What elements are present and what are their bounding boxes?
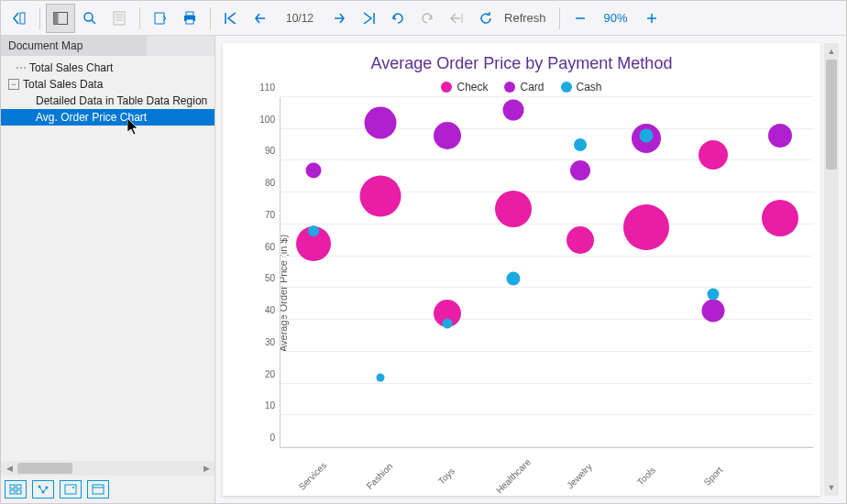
y-tick-label: 60 bbox=[265, 241, 280, 251]
svg-rect-0 bbox=[20, 13, 25, 24]
x-tick-label: Sport bbox=[702, 465, 725, 488]
y-tick-label: 20 bbox=[265, 368, 280, 378]
zoom-level[interactable]: 90% bbox=[595, 11, 637, 25]
tree-item[interactable]: −Total Sales Data bbox=[1, 76, 214, 93]
grid-line bbox=[280, 128, 813, 129]
svg-rect-22 bbox=[16, 490, 21, 494]
page-indicator[interactable]: 10/12 bbox=[275, 12, 324, 25]
legend-item: Cash bbox=[561, 81, 602, 93]
scroll-down-icon[interactable]: ▼ bbox=[825, 481, 838, 494]
scroll-thumb[interactable] bbox=[826, 60, 837, 170]
chart-bubble bbox=[566, 226, 594, 254]
svg-rect-9 bbox=[155, 13, 164, 24]
chart-bubble bbox=[698, 140, 728, 170]
report-viewer: Average Order Price by Payment Method Ch… bbox=[215, 36, 846, 503]
svg-rect-5 bbox=[114, 12, 125, 25]
y-tick-label: 80 bbox=[265, 178, 280, 188]
legend-swatch-icon bbox=[504, 82, 515, 93]
tree-item[interactable]: Detailed Data in Table Data Region bbox=[1, 93, 214, 109]
next-page-icon[interactable] bbox=[324, 4, 354, 33]
chart-bubble bbox=[762, 200, 798, 236]
divider bbox=[559, 7, 560, 29]
chart-bubble bbox=[376, 373, 384, 381]
y-tick-label: 0 bbox=[270, 433, 280, 443]
y-tick-label: 10 bbox=[265, 400, 280, 411]
tree-item[interactable]: ⋯Total Sales Chart bbox=[1, 60, 214, 76]
legend-label: Card bbox=[520, 81, 544, 93]
chart-bubble bbox=[434, 122, 461, 149]
legend-swatch-icon bbox=[561, 82, 572, 93]
svg-rect-20 bbox=[16, 485, 21, 488]
last-page-icon[interactable] bbox=[354, 4, 383, 33]
vertical-scrollbar[interactable]: ▲ ▼ bbox=[824, 43, 839, 496]
svg-point-27 bbox=[72, 487, 74, 488]
zoom-in-icon[interactable] bbox=[637, 4, 666, 33]
chart-bubble bbox=[442, 318, 452, 328]
tree-item-label: Total Sales Chart bbox=[29, 61, 113, 74]
view-mode-4-icon[interactable] bbox=[87, 480, 109, 499]
divider bbox=[39, 7, 40, 29]
sidebar-tab[interactable] bbox=[147, 36, 214, 56]
history-back-icon[interactable] bbox=[383, 4, 412, 33]
x-tick-label: Tools bbox=[635, 465, 657, 487]
document-icon bbox=[104, 4, 134, 33]
chart-bubble bbox=[768, 124, 792, 148]
legend-label: Cash bbox=[577, 81, 602, 93]
view-mode-2-icon[interactable] bbox=[32, 480, 54, 499]
svg-rect-12 bbox=[186, 19, 193, 24]
chart-bubble bbox=[503, 99, 524, 120]
toolbar: 10/12 Refresh 90% bbox=[1, 1, 846, 36]
x-tick-label: Services bbox=[297, 460, 329, 492]
tree-toggle-icon[interactable]: − bbox=[8, 79, 19, 90]
chart-bubble bbox=[308, 225, 319, 236]
export-icon[interactable] bbox=[146, 4, 175, 33]
scroll-up-icon[interactable]: ▲ bbox=[825, 45, 838, 58]
x-tick-label: Jewelry bbox=[565, 462, 594, 491]
chart-bubble bbox=[359, 175, 401, 216]
back-icon[interactable] bbox=[5, 4, 34, 33]
scroll-thumb[interactable] bbox=[17, 463, 72, 474]
scroll-left-icon[interactable]: ◀ bbox=[3, 462, 16, 475]
zoom-out-icon[interactable] bbox=[566, 4, 595, 33]
tree-item[interactable]: Avg. Order Price Chart bbox=[1, 109, 214, 126]
first-page-icon[interactable] bbox=[216, 4, 246, 33]
refresh-label[interactable]: Refresh bbox=[500, 11, 554, 25]
tree-connector-icon: ⋯ bbox=[16, 61, 26, 74]
chart-plot: 0102030405060708090100110 bbox=[280, 97, 813, 448]
grid-line bbox=[280, 383, 813, 384]
x-tick-label: Healthcare bbox=[494, 457, 533, 496]
svg-rect-21 bbox=[10, 490, 15, 494]
prev-page-icon[interactable] bbox=[246, 4, 275, 33]
y-tick-label: 110 bbox=[259, 82, 280, 93]
main: Document Map ⋯Total Sales Chart−Total Sa… bbox=[1, 36, 846, 503]
refresh-icon[interactable] bbox=[471, 4, 500, 33]
svg-rect-19 bbox=[10, 485, 15, 488]
grid-line bbox=[280, 446, 813, 447]
grid-line bbox=[280, 256, 813, 257]
y-tick-label: 50 bbox=[265, 273, 280, 283]
svg-rect-10 bbox=[186, 12, 193, 16]
grid-line bbox=[280, 224, 813, 225]
tree-item-label: Avg. Order Price Chart bbox=[36, 111, 147, 124]
svg-line-4 bbox=[92, 20, 95, 24]
horizontal-scrollbar[interactable]: ◀ ▶ bbox=[1, 461, 214, 476]
print-icon[interactable] bbox=[175, 4, 204, 33]
y-tick-label: 90 bbox=[265, 146, 280, 156]
document-map-panel: Document Map ⋯Total Sales Chart−Total Sa… bbox=[1, 36, 215, 503]
scroll-right-icon[interactable]: ▶ bbox=[200, 462, 213, 475]
legend-item: Check bbox=[441, 81, 488, 93]
search-icon[interactable] bbox=[75, 4, 104, 33]
svg-point-3 bbox=[84, 13, 93, 21]
legend-item: Card bbox=[504, 81, 544, 93]
grid-line bbox=[280, 287, 813, 288]
view-mode-3-icon[interactable] bbox=[60, 480, 82, 499]
chart-bubble bbox=[570, 160, 590, 181]
history-fwd-icon bbox=[412, 4, 442, 33]
grid-line bbox=[280, 319, 813, 320]
sidebar-toggle-icon[interactable] bbox=[46, 4, 75, 33]
tree-item-label: Detailed Data in Table Data Region bbox=[36, 94, 207, 107]
view-mode-1-icon[interactable] bbox=[5, 480, 27, 499]
y-tick-label: 40 bbox=[265, 305, 280, 315]
chart-bubble bbox=[364, 106, 396, 138]
divider bbox=[210, 7, 211, 29]
